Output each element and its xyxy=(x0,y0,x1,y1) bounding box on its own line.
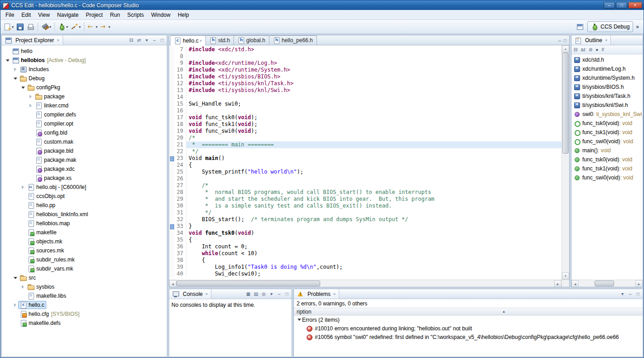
close-tab-icon[interactable]: × xyxy=(200,39,202,43)
project-explorer-tab[interactable]: Project Explorer × xyxy=(2,35,63,45)
tree-item-package-bld[interactable]: package.bld xyxy=(2,146,167,155)
scroll-right-icon[interactable]: ▶ xyxy=(554,280,561,287)
menu-navigate[interactable]: Navigate xyxy=(54,10,82,19)
tree-item-hello-pp[interactable]: hello.pp xyxy=(2,201,167,210)
tree-item-configpkg[interactable]: configPkg xyxy=(2,83,167,92)
tree-item-sources-mk[interactable]: sources.mk xyxy=(2,246,167,255)
open-console-icon[interactable]: ▤ xyxy=(254,291,259,296)
problem-row-1[interactable]: #10010 errors encountered during linking… xyxy=(294,324,643,333)
tree-item-hello-cfg[interactable]: hello.cfg[SYS/BIOS] xyxy=(2,310,167,319)
scroll-left-icon[interactable]: ◀ xyxy=(169,280,176,287)
description-column-header[interactable]: ription ▲ xyxy=(294,308,643,315)
outline-item-func-tsk1-void[interactable]: func_tsk1(void) : void xyxy=(571,128,643,137)
tree-closed-arrow[interactable] xyxy=(21,185,26,190)
pin-console-icon[interactable]: ◎ xyxy=(261,291,266,296)
close-button[interactable]: × xyxy=(628,2,642,9)
tree-item-hellobios-linkinfo-xml[interactable]: hellobios_linkInfo.xml xyxy=(2,210,167,219)
outline-item-ti-sysbios-knl-swi-h[interactable]: ti/sysbios/knl/Swi.h xyxy=(571,101,643,110)
tree-item-linker-cmd[interactable]: linker.cmd xyxy=(2,101,167,110)
minimize-view-icon[interactable]: – xyxy=(628,291,633,296)
tree-open-arrow[interactable] xyxy=(21,85,26,90)
view-menu-icon[interactable]: ▾ xyxy=(144,38,149,43)
close-view-icon[interactable]: × xyxy=(57,38,59,43)
collapse-all-icon[interactable]: ⊟ xyxy=(574,47,577,52)
scroll-left-icon[interactable]: ◀ xyxy=(571,280,579,287)
editor-vscrollbar[interactable]: ▲ ▼ xyxy=(561,45,569,280)
scroll-up-icon[interactable]: ▲ xyxy=(562,45,569,53)
scroll-right-icon[interactable]: ▶ xyxy=(635,280,643,287)
outline-item-func-tsk0-void[interactable]: func_tsk0(void) : void xyxy=(571,155,643,164)
tree-item-sysbios[interactable]: sysbios xyxy=(2,282,167,291)
tree-item-makefile-libs[interactable]: makefile.libs xyxy=(2,291,167,300)
editor-tab-hello-pe66-h[interactable]: hello_pe66.h xyxy=(269,35,317,45)
outline-item-ti-sysbios-knl-task-h[interactable]: ti/sysbios/knl/Task.h xyxy=(571,92,643,101)
editor-vscroll-track[interactable] xyxy=(562,53,569,272)
maximize-editor-icon[interactable]: □ xyxy=(564,38,566,43)
tree-item-subdir-vars-mk[interactable]: subdir_vars.mk xyxy=(2,264,167,273)
build-button[interactable]: ▾ xyxy=(40,21,53,32)
tree-item-config-bld[interactable]: config.bld xyxy=(2,128,167,137)
code-editor[interactable]: 7#include <xdc/std.h>89#include<xdc/runt… xyxy=(169,45,561,280)
tree-open-arrow[interactable] xyxy=(297,317,302,322)
scroll-down-icon[interactable]: ▼ xyxy=(562,272,569,280)
tree-item-objects-mk[interactable]: objects.mk xyxy=(2,237,167,246)
outline-item-func-swi0-void[interactable]: func_swi0(void) : void xyxy=(571,137,643,146)
forward-button[interactable]: ▾ xyxy=(99,21,112,32)
tree-item-debug[interactable]: Debug xyxy=(2,74,167,83)
minimize-editor-icon[interactable]: – xyxy=(558,38,561,43)
tree-open-arrow[interactable] xyxy=(13,276,18,281)
tree-closed-arrow[interactable] xyxy=(21,285,26,290)
minimize-view-icon[interactable]: – xyxy=(152,38,157,43)
tree-open-arrow[interactable] xyxy=(13,76,18,81)
tree-closed-arrow[interactable] xyxy=(29,103,34,108)
tree-item-hellobios[interactable]: hellobios[Active - Debug] xyxy=(2,56,167,65)
outline-hscroll-thumb[interactable] xyxy=(595,281,614,286)
minimize-button[interactable]: – xyxy=(604,2,615,9)
tree-item-makefile-defs[interactable]: makefile.defs xyxy=(2,319,167,328)
outline-hscroll-track[interactable] xyxy=(579,280,635,287)
tree-item-package[interactable]: package xyxy=(2,92,167,101)
hide-static-icon[interactable]: ● xyxy=(595,47,598,52)
tree-closed-arrow[interactable] xyxy=(13,303,18,308)
open-perspective-button[interactable] xyxy=(575,21,585,32)
close-view-icon[interactable]: × xyxy=(605,38,607,43)
editor-hscroll-track[interactable] xyxy=(176,280,554,287)
outline-item-func-tsk1-void[interactable]: func_tsk1(void) : void xyxy=(571,164,643,173)
outline-item-xdc-runtime-log-h[interactable]: xdc/runtime/Log.h xyxy=(571,64,643,73)
tree-item-ccsobjs-opt[interactable]: ccsObjs.opt xyxy=(2,192,167,201)
tree-item-hello[interactable]: hello xyxy=(2,47,167,56)
outline-item-func-swi0-void[interactable]: func_swi0(void) : void xyxy=(571,173,643,182)
tree-item-includes[interactable]: Includes xyxy=(2,65,167,74)
editor-hscroll-thumb[interactable] xyxy=(176,281,320,286)
tree-item-package-mak[interactable]: package.mak xyxy=(2,155,167,164)
tree-item-custom-mak[interactable]: custom.mak xyxy=(2,137,167,146)
menu-project[interactable]: Project xyxy=(82,10,106,19)
view-menu-icon[interactable]: ▾ xyxy=(269,291,274,296)
outline-item-func-tsk0-void[interactable]: func_tsk0(void) : void xyxy=(571,119,643,128)
outline-hscrollbar[interactable]: ◀ ▶ xyxy=(571,280,643,287)
tree-item-package-xs[interactable]: package.xs xyxy=(2,174,167,183)
tree-item-hello-obj-c6000-le[interactable]: hello.obj - [C6000/le] xyxy=(2,183,167,192)
new-button[interactable]: ▾ xyxy=(2,21,15,32)
hide-non-public-icon[interactable]: # xyxy=(601,47,604,52)
new-target-config-button[interactable]: ▾ xyxy=(69,21,82,32)
menu-scripts[interactable]: Scripts xyxy=(124,10,148,19)
tree-item-hello-c[interactable]: hello.c xyxy=(2,300,167,310)
save-button[interactable] xyxy=(15,21,25,32)
tree-item-compiler-opt[interactable]: compiler.opt xyxy=(2,119,167,128)
outline-item-swi0[interactable]: swi0 : ti_sysbios_knl_Swi_Handle xyxy=(571,110,643,119)
menu-window[interactable]: Window xyxy=(147,10,174,19)
collapse-all-icon[interactable]: ⊟ xyxy=(129,38,134,43)
debug-button[interactable]: ▾ xyxy=(57,21,69,32)
editor-tab-std-h[interactable]: std.h xyxy=(205,35,234,45)
menu-run[interactable]: Run xyxy=(107,10,124,19)
editor-tab-global-h[interactable]: global.h xyxy=(234,35,269,45)
menu-edit[interactable]: Edit xyxy=(18,10,34,19)
tree-open-arrow[interactable] xyxy=(5,58,10,63)
sort-icon[interactable]: az xyxy=(581,47,585,52)
maximize-view-icon[interactable]: □ xyxy=(160,38,165,43)
hide-fields-icon[interactable]: ⊘ xyxy=(589,47,592,52)
print-button[interactable] xyxy=(25,21,36,32)
editor-tab-hello-c[interactable]: hello.c× xyxy=(170,35,206,45)
maximize-button[interactable]: □ xyxy=(616,2,627,9)
